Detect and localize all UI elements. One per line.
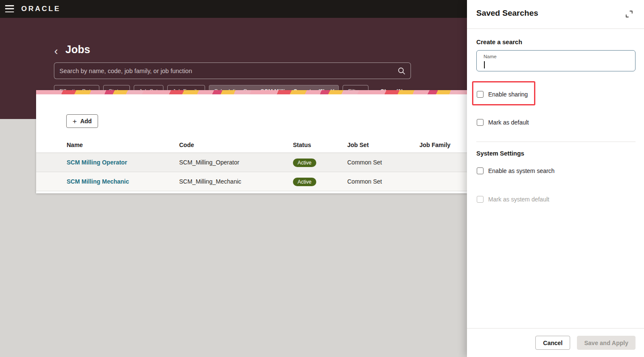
panel-footer: Cancel Save and Apply <box>467 328 644 357</box>
enable-system-search-label: Enable as system search <box>488 167 554 174</box>
mark-system-default-label: Mark as system default <box>488 196 549 203</box>
plus-icon: + <box>73 118 77 125</box>
saved-search-name-input[interactable]: Name <box>476 50 636 71</box>
results-card: + Add Name Code Status Job Set Job Famil… <box>36 90 467 193</box>
name-field-label: Name <box>484 54 497 59</box>
enable-system-search-checkbox[interactable] <box>477 167 484 174</box>
mark-as-default-label: Mark as default <box>488 119 529 126</box>
create-search-heading: Create a search <box>476 39 522 45</box>
mark-as-default-row[interactable]: Mark as default <box>477 118 529 127</box>
mark-system-default-checkbox <box>477 196 484 203</box>
add-button-label: Add <box>80 118 92 125</box>
global-header: ORACLE <box>0 0 467 18</box>
menu-icon[interactable] <box>5 5 14 12</box>
back-chevron-icon: ‹ <box>54 45 58 57</box>
panel-title: Saved Searches <box>476 8 538 18</box>
cancel-button[interactable]: Cancel <box>535 336 570 350</box>
search-bar[interactable] <box>54 62 411 79</box>
mark-system-default-row: Mark as system default <box>477 195 549 204</box>
enable-system-search-row[interactable]: Enable as system search <box>477 166 554 176</box>
add-button[interactable]: + Add <box>66 114 98 128</box>
decorative-banner <box>36 90 467 94</box>
text-cursor <box>484 61 485 68</box>
status-badge: Active <box>293 159 316 167</box>
divider <box>476 142 636 142</box>
job-name-link[interactable]: SCM Milling Mechanic <box>67 178 129 185</box>
column-header-status[interactable]: Status <box>293 142 311 148</box>
column-header-job-set[interactable]: Job Set <box>347 142 369 148</box>
enable-sharing-checkbox[interactable] <box>477 91 484 98</box>
jobs-page: ORACLE ‹ Jobs Effective Date Status Job … <box>0 0 467 357</box>
status-badge: Active <box>293 178 316 186</box>
job-name-link[interactable]: SCM Milling Operator <box>67 159 127 166</box>
search-input[interactable] <box>59 68 398 74</box>
job-set-cell: Common Set <box>347 159 382 166</box>
job-code-cell: SCM_Milling_Mechanic <box>179 178 241 185</box>
oracle-logo: ORACLE <box>21 0 61 18</box>
table-row[interactable]: SCM Milling Mechanic SCM_Milling_Mechani… <box>36 172 467 191</box>
job-code-cell: SCM_Milling_Operator <box>179 159 239 166</box>
column-header-code[interactable]: Code <box>179 142 194 148</box>
back-button[interactable]: ‹ <box>50 44 62 58</box>
mark-as-default-checkbox[interactable] <box>477 119 484 126</box>
search-icon[interactable] <box>398 67 405 75</box>
column-header-name[interactable]: Name <box>67 142 83 148</box>
system-settings-heading: System Settings <box>476 150 524 157</box>
divider <box>467 28 644 29</box>
expand-panel-icon[interactable] <box>624 9 634 19</box>
app-root: ORACLE ‹ Jobs Effective Date Status Job … <box>0 0 644 357</box>
saved-searches-panel: Saved Searches Create a search Name Enab… <box>467 0 644 357</box>
table-header-row: Name Code Status Job Set Job Family <box>36 138 467 153</box>
job-set-cell: Common Set <box>347 178 382 185</box>
column-header-job-family[interactable]: Job Family <box>419 142 450 148</box>
enable-sharing-label: Enable sharing <box>488 91 528 98</box>
enable-sharing-row[interactable]: Enable sharing <box>477 90 528 99</box>
save-and-apply-button[interactable]: Save and Apply <box>577 336 636 350</box>
page-title: Jobs <box>65 43 90 56</box>
table-row[interactable]: SCM Milling Operator SCM_Milling_Operato… <box>36 153 467 172</box>
